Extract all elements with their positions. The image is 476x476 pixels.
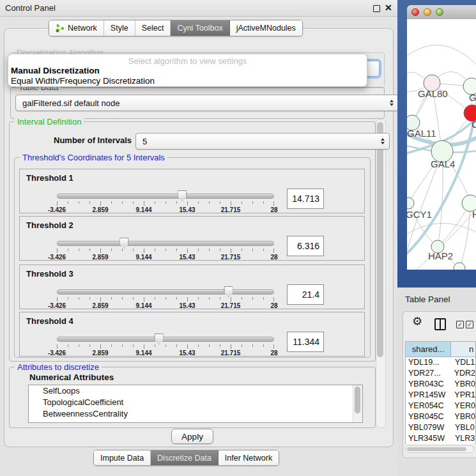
slider-track[interactable] xyxy=(57,194,274,199)
interval-definition-label: Interval Definition xyxy=(15,117,84,127)
threshold-value-field[interactable]: 21.4 xyxy=(287,284,324,305)
tab-jactivemnodules[interactable]: jActiveMNodules xyxy=(230,20,302,36)
algorithm-option-equal-width-frequency-discretization[interactable]: Equal Width/Frequency Discretization xyxy=(8,76,367,86)
attribute-item-selfloops[interactable]: SelfLoops xyxy=(29,385,362,397)
slider-thumb[interactable] xyxy=(119,238,129,249)
threshold-slider[interactable]: -3.4262.8599.14415.4321.71528 xyxy=(57,192,274,211)
tab-select[interactable]: Select xyxy=(135,20,171,36)
tab-infer-network[interactable]: Infer Network xyxy=(219,450,279,465)
apply-button[interactable]: Apply xyxy=(171,429,213,444)
tab-label: Discretize Data xyxy=(157,454,211,463)
cell-shared-name[interactable]: YPR145W xyxy=(406,390,450,401)
cell-shared-name[interactable]: YDL19... xyxy=(406,357,451,368)
table-data-value: galFiltered.sif default node xyxy=(22,98,119,108)
window-close-traffic-light[interactable] xyxy=(411,8,419,16)
slider-track[interactable] xyxy=(57,337,274,342)
table-row[interactable]: YPR145WYPR1 xyxy=(406,390,475,401)
algorithm-option-manual-discretization[interactable]: Manual Discretization xyxy=(8,66,367,76)
tab-impute-data[interactable]: Impute Data xyxy=(94,450,151,465)
scale-tick-label: -3.426 xyxy=(48,254,66,261)
column-header-name[interactable]: n xyxy=(451,342,475,357)
threshold-value-field[interactable]: 11.344 xyxy=(287,332,324,352)
scrollbar-thumb[interactable] xyxy=(407,447,466,451)
window-zoom-traffic-light[interactable] xyxy=(436,8,443,16)
threshold-slider[interactable]: -3.4262.8599.14415.4321.71528 xyxy=(57,240,274,259)
stepper-icon xyxy=(390,100,394,106)
split-columns-icon[interactable] xyxy=(434,318,446,330)
network-node-label: G xyxy=(469,92,476,103)
cell-shared-name[interactable]: YBL079W xyxy=(406,422,451,433)
table-row[interactable]: YDL19...YDL1 xyxy=(406,357,475,368)
cell-name[interactable]: YBL0 xyxy=(451,422,475,433)
threshold-label: Threshold 2 xyxy=(26,220,73,230)
cell-name[interactable]: YDL1 xyxy=(451,357,475,368)
cell-name[interactable]: YLR3 xyxy=(451,433,475,444)
scrollbar-thumb[interactable] xyxy=(377,122,383,357)
cell-name[interactable]: YPR1 xyxy=(450,390,475,401)
number-of-intervals-combobox[interactable]: 5 xyxy=(135,133,390,150)
scale-tick-label: 2.859 xyxy=(92,349,108,357)
table-data-combobox[interactable]: galFiltered.sif default node xyxy=(15,95,399,111)
cell-name[interactable]: YBR0 xyxy=(450,379,475,390)
threshold-slider[interactable]: -3.4262.8599.14415.4321.71528 xyxy=(57,288,274,307)
cell-name[interactable]: YDR2 xyxy=(450,368,475,379)
thresholds-group-label: Threshold's Coordinates for 5 Intervals xyxy=(20,153,167,162)
threshold-slider[interactable]: -3.4262.8599.14415.4321.71528 xyxy=(57,335,274,355)
table-row[interactable]: YDR27...YDR2 xyxy=(406,368,475,379)
slider-thumb[interactable] xyxy=(178,190,187,201)
table-row[interactable]: YER054CYER0 xyxy=(406,401,475,411)
threshold-value-field[interactable]: 6.316 xyxy=(287,236,324,256)
attribute-item-topologicalcoefficient[interactable]: TopologicalCoefficient xyxy=(29,397,362,408)
tab-style[interactable]: Style xyxy=(104,20,135,36)
tab-cyni-toolbox[interactable]: Cyni Toolbox xyxy=(171,20,229,36)
slider-track[interactable] xyxy=(57,289,274,295)
table-horizontal-scrollbar[interactable] xyxy=(405,445,474,453)
attribute-item-betweennesscentrality[interactable]: BetweennessCentrality xyxy=(29,408,362,420)
list-vertical-scrollbar[interactable] xyxy=(353,385,362,422)
network-node[interactable] xyxy=(454,263,465,270)
slider-thumb[interactable] xyxy=(154,334,164,344)
network-icon xyxy=(56,24,65,33)
cell-shared-name[interactable]: YBR045C xyxy=(406,411,450,422)
cell-shared-name[interactable]: YBR043C xyxy=(406,379,450,390)
window-minimize-traffic-light[interactable] xyxy=(424,8,431,16)
scale-tick-label: 21.715 xyxy=(221,254,241,261)
table-row[interactable]: YLR345WYLR3 xyxy=(406,433,475,444)
gear-icon[interactable]: ⚙ xyxy=(412,316,422,327)
node-attribute-table[interactable]: shared... n YDL19...YDL1YDR27...YDR2YBR0… xyxy=(405,341,476,444)
scale-tick-label: -3.426 xyxy=(48,206,66,213)
table-row[interactable]: YBL079WYBL0 xyxy=(406,422,475,433)
cell-shared-name[interactable]: YLR345W xyxy=(406,433,451,444)
tab-label: Infer Network xyxy=(225,454,272,463)
network-view-canvas[interactable]: GAL80GCGAL11GAL4GCY1HHAP2 xyxy=(407,19,476,270)
slider-scale-labels: -3.4262.8599.14415.4321.71528 xyxy=(57,302,274,309)
network-node-label: GAL11 xyxy=(407,128,436,139)
settings-vertical-scrollbar[interactable] xyxy=(376,119,386,428)
cell-name[interactable]: YBR0 xyxy=(450,411,475,422)
cell-name[interactable]: YER0 xyxy=(450,401,475,411)
checkbox-icon[interactable] xyxy=(456,321,464,328)
slider-track[interactable] xyxy=(57,241,274,246)
slider-thumb[interactable] xyxy=(224,286,233,297)
tab-label: Cyni Toolbox xyxy=(177,24,222,33)
table-row[interactable]: YBR045CYBR0 xyxy=(406,411,475,422)
checkbox-icon[interactable] xyxy=(466,321,473,328)
column-header-shared-name[interactable]: shared... xyxy=(406,342,451,357)
scrollbar-thumb[interactable] xyxy=(355,387,360,413)
tab-discretize-data[interactable]: Discretize Data xyxy=(151,450,219,465)
table-panel-title: Table Panel xyxy=(405,295,450,304)
threshold-value-field[interactable]: 14.713 xyxy=(287,188,324,209)
numerical-attributes-list[interactable]: SelfLoopsTopologicalCoefficientBetweenne… xyxy=(28,385,363,423)
scale-tick-label: 28 xyxy=(270,254,277,261)
float-window-icon[interactable] xyxy=(373,5,380,12)
cell-shared-name[interactable]: YER054C xyxy=(406,401,450,411)
scale-tick-label: 28 xyxy=(270,349,277,357)
cell-shared-name[interactable]: YDR27... xyxy=(406,368,450,379)
table-row[interactable]: YBR043CYBR0 xyxy=(406,379,475,390)
tab-network[interactable]: Network xyxy=(49,20,104,36)
network-node-label: GAL80 xyxy=(418,88,448,99)
close-icon[interactable]: ✕ xyxy=(385,3,392,13)
scale-tick-label: 2.859 xyxy=(92,254,108,261)
network-node-gcy1[interactable] xyxy=(407,197,414,209)
network-node-label: HAP2 xyxy=(428,250,453,261)
